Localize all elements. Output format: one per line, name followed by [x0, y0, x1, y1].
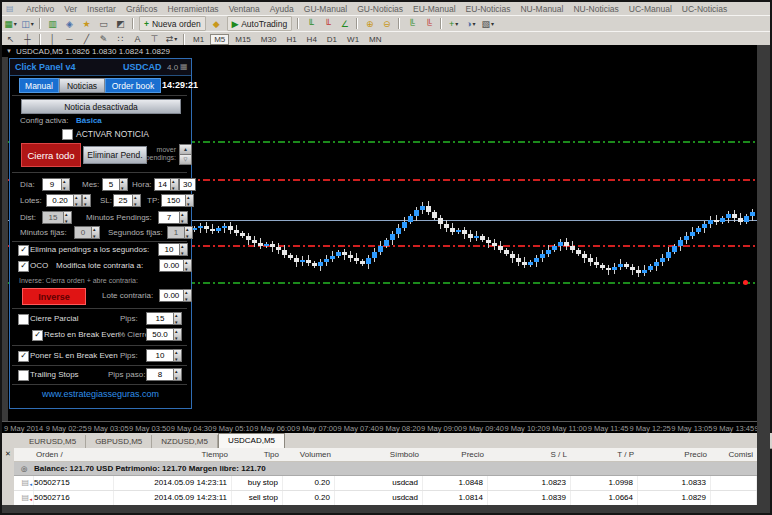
menu-item-uc-noticias[interactable]: UC-Noticias	[677, 4, 732, 14]
minutos-pendings-field[interactable]: 7	[158, 211, 180, 224]
minutos-fijas-spinner[interactable]	[91, 226, 100, 239]
elimina-pendings-field[interactable]: 10	[158, 243, 180, 256]
poner-pips-spinner[interactable]	[173, 349, 182, 362]
hora-spinner[interactable]	[170, 178, 179, 191]
inverse-button[interactable]: Inverse	[22, 288, 86, 305]
timeframe-m30[interactable]: M30	[257, 34, 281, 45]
chart-tab-nzdusd-m5[interactable]: NZDUSD,M5	[152, 435, 218, 448]
timeframe-mn[interactable]: MN	[365, 34, 385, 45]
dist-spinner[interactable]	[63, 211, 72, 224]
segundos-fijas-spinner[interactable]	[184, 226, 193, 239]
menu-item-ayuda[interactable]: Ayuda	[265, 4, 299, 14]
menu-item-gu-manual[interactable]: GU-Manual	[299, 4, 352, 14]
cursor-icon[interactable]: ↖	[3, 33, 18, 46]
collapse-icon[interactable]: ▼	[6, 48, 12, 54]
poner-sl-checkbox[interactable]	[18, 351, 29, 362]
timeframe-m1[interactable]: M1	[189, 34, 208, 45]
channel-icon[interactable]: ∠	[337, 17, 352, 30]
metaeditor-icon[interactable]: ◆	[209, 17, 224, 30]
chart-shift-icon[interactable]: ╚	[404, 17, 419, 30]
profiles-icon[interactable]: ◫▾	[20, 17, 35, 30]
zoom-in-icon[interactable]: ⊕	[362, 17, 377, 30]
strategy-tester-icon[interactable]: ◩	[113, 17, 128, 30]
horizontal-line-icon[interactable]: ─	[62, 33, 77, 46]
menu-item-gráficos[interactable]: Gráficos	[121, 4, 163, 14]
chart-autoscroll-icon[interactable]: ╚	[421, 17, 436, 30]
tab-noticias[interactable]: Noticias	[59, 78, 105, 93]
dia-field[interactable]: 9	[42, 178, 62, 191]
chart-tab-usdcad-m5[interactable]: USDCAD,M5	[218, 433, 285, 448]
website-link[interactable]: www.estrategiasseguras.com	[10, 389, 191, 399]
tp-spinner[interactable]	[185, 194, 194, 207]
indicators-icon[interactable]: +▾	[446, 17, 461, 30]
text-icon[interactable]: A	[130, 33, 145, 46]
hora-minutes-field[interactable]: 30	[179, 178, 196, 191]
cierre-pips-spinner[interactable]	[173, 312, 182, 325]
trailing-pips-field[interactable]: 8	[146, 368, 174, 381]
cierra-todo-button[interactable]: Cierra todo	[21, 143, 81, 167]
crosshair-icon[interactable]: ┼	[20, 33, 35, 46]
chart-tab-eurusd-m5[interactable]: EURUSD,M5	[20, 435, 86, 448]
close-icon[interactable]: ✕	[5, 450, 11, 457]
eliminar-pend-button[interactable]: Eliminar Pend.	[83, 146, 147, 164]
resto-break-even-checkbox[interactable]	[32, 330, 43, 341]
menu-item-eu-noticias[interactable]: EU-Noticias	[461, 4, 516, 14]
oco-field[interactable]: 0.00	[159, 259, 184, 272]
autotrading-button[interactable]: ▶ AutoTrading	[227, 16, 293, 31]
minutos-pendings-spinner[interactable]	[179, 211, 188, 224]
cursor-data-icon[interactable]: ╙	[303, 17, 318, 30]
trailing-pips-spinner[interactable]	[173, 368, 182, 381]
mes-field[interactable]: 5	[102, 178, 120, 191]
menu-item-insertar[interactable]: Insertar	[82, 4, 121, 14]
cursor-data2-icon[interactable]: ╙	[320, 17, 335, 30]
market-watch-icon[interactable]: ▥	[45, 17, 60, 30]
hora-hours-field[interactable]: 14	[154, 178, 171, 191]
menu-item-eu-manual[interactable]: EU-Manual	[408, 4, 461, 14]
minutos-fijas-field[interactable]: 0	[74, 226, 92, 239]
elimina-pendings-spinner[interactable]	[179, 243, 188, 256]
table-row[interactable]: ▤◂505027162014.05.09 14:23:11sell stop0.…	[14, 491, 757, 506]
trailing-stops-checkbox[interactable]	[18, 370, 29, 381]
price-chart[interactable]: Click Panel v4 USDCAD 4.0 ▦ Manual Notic…	[8, 57, 757, 421]
lotes-spinner[interactable]	[73, 194, 82, 207]
menu-item-herramientas[interactable]: Herramientas	[163, 4, 224, 14]
poner-pips-field[interactable]: 10	[146, 349, 174, 362]
tab-order-book[interactable]: Order book	[105, 78, 161, 93]
trendline-icon[interactable]: ╱	[79, 33, 94, 46]
menu-item-ventana[interactable]: Ventana	[224, 4, 265, 14]
menu-item-nu-noticias[interactable]: NU-Noticias	[568, 4, 623, 14]
menu-item-uc-manual[interactable]: UC-Manual	[624, 4, 677, 14]
timeframe-m5[interactable]: M5	[210, 34, 229, 45]
oco-spinner[interactable]	[183, 259, 192, 272]
timeframe-h1[interactable]: H1	[282, 34, 300, 45]
favorites-icon[interactable]: ★	[79, 17, 94, 30]
dia-spinner[interactable]	[61, 178, 70, 191]
timeframe-w1[interactable]: W1	[343, 34, 363, 45]
dist-field[interactable]: 15	[42, 211, 64, 224]
cierre-parcial-checkbox[interactable]	[18, 314, 29, 325]
sl-field[interactable]: 25	[113, 194, 133, 207]
shapes-icon[interactable]: ⇄▾	[164, 33, 179, 46]
zoom-out-icon[interactable]: ⊖	[379, 17, 394, 30]
menu-item-ver[interactable]: Ver	[59, 4, 82, 14]
lotes-field[interactable]: 0.20	[46, 194, 74, 207]
lotes-spinner2[interactable]	[82, 194, 91, 207]
elimina-pendings-checkbox[interactable]	[18, 245, 29, 256]
menu-item-archivo[interactable]: Archivo	[21, 4, 59, 14]
mover-down-button[interactable]: ▽	[179, 154, 192, 165]
cierre-pips-field[interactable]: 15	[146, 312, 174, 325]
activar-noticia-checkbox[interactable]	[62, 129, 73, 140]
tp-field[interactable]: 150	[161, 194, 186, 207]
vertical-line-icon[interactable]: │	[45, 33, 60, 46]
pct-cierre-field[interactable]: 50.0	[146, 328, 174, 341]
templates-icon[interactable]: ▧▾	[480, 17, 495, 30]
table-row[interactable]: ▤◂505027152014.05.09 14:23:11buy stop0.2…	[14, 476, 757, 491]
timeframe-d1[interactable]: D1	[323, 34, 341, 45]
new-chart-icon[interactable]: ▦▾	[3, 17, 18, 30]
menu-item-gu-noticias[interactable]: GU-Noticias	[352, 4, 408, 14]
mes-spinner[interactable]	[119, 178, 128, 191]
lote-contraria-field[interactable]: 0.00	[159, 289, 184, 302]
lote-contraria-spinner[interactable]	[183, 289, 192, 302]
timeframe-m15[interactable]: M15	[231, 34, 255, 45]
fibonacci-icon[interactable]: ✎	[96, 33, 111, 46]
